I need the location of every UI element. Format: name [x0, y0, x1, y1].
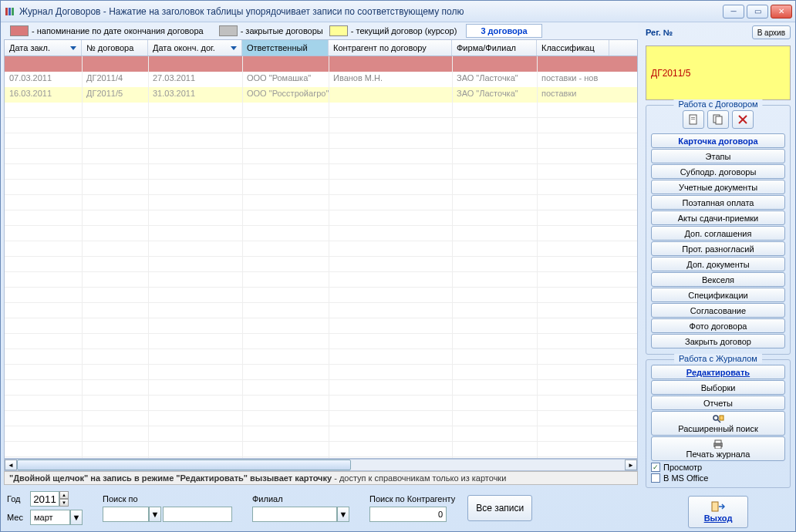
svg-rect-7 [716, 116, 722, 124]
copy-icon [712, 113, 724, 126]
group-title: Работа с Журналом [674, 354, 762, 363]
discrepancy-button[interactable]: Прот. разногласий [651, 241, 785, 256]
horizontal-scrollbar[interactable]: ◄ ► [4, 459, 638, 471]
reports-button[interactable]: Отчеты [651, 396, 785, 410]
month-combo[interactable]: ▼ [30, 510, 83, 525]
stages-button[interactable]: Этапы [651, 149, 785, 163]
photo-button[interactable]: Фото договора [651, 318, 785, 333]
close-button[interactable]: ✕ [771, 5, 792, 19]
exit-icon [711, 501, 725, 512]
copy-document-button[interactable] [707, 110, 729, 129]
contract-actions-group: Работа с Договором Карточка договора Эта… [646, 105, 791, 355]
staged-payment-button[interactable]: Поэтапная оплата [651, 195, 785, 210]
scroll-track[interactable] [17, 460, 625, 470]
table-row[interactable]: 07.03.2011ДГ2011/427.03.2011ООО "Ромашка… [5, 72, 637, 87]
extra-docs-button[interactable]: Доп. документы [651, 257, 785, 271]
search-combo[interactable]: ▼ [103, 507, 232, 522]
table-body[interactable]: 07.03.2011ДГ2011/427.03.2011ООО "Ромашка… [4, 56, 638, 459]
accounting-docs-button[interactable]: Учетные документы [651, 180, 785, 194]
all-records-button[interactable]: Все записи [467, 495, 532, 521]
legend-swatch-closed [219, 25, 238, 36]
search-icon [712, 414, 724, 423]
delete-document-button[interactable] [732, 110, 754, 129]
reg-number-field[interactable] [646, 45, 791, 100]
year-input[interactable] [30, 491, 59, 507]
minimize-button[interactable]: ─ [723, 5, 744, 19]
printer-icon [712, 439, 724, 449]
titlebar: Журнал Договоров - Нажатие на заголовок … [1, 1, 795, 22]
chevron-down-icon[interactable]: ▼ [337, 507, 349, 522]
new-document-button[interactable] [683, 110, 704, 129]
legend-text-current: - текущий договор (курсор) [351, 26, 457, 35]
th-date-concluded[interactable]: Дата закл. [5, 40, 82, 56]
chevron-down-icon [70, 46, 76, 50]
counterparty-input[interactable] [369, 507, 447, 522]
x-icon [737, 114, 748, 125]
hint-bar: "Двойной щелчок" на запись в режиме "Ред… [4, 471, 638, 485]
chevron-down-icon[interactable]: ▼ [149, 507, 161, 522]
legend-text-reminder: - напоминание по дате окончания договора [32, 26, 204, 35]
contract-card-button[interactable]: Карточка договора [651, 133, 785, 148]
svg-rect-16 [712, 502, 718, 511]
branch-combo[interactable]: ▼ [252, 507, 349, 522]
th-contract-no[interactable]: № договора [82, 40, 148, 56]
year-spinner[interactable]: ▲▼ [30, 491, 69, 507]
branch-input[interactable] [252, 507, 337, 522]
th-end-date[interactable]: Дата оконч. дог. [148, 40, 242, 56]
subcontracts-button[interactable]: Субподр. договоры [651, 164, 785, 179]
extended-search-button[interactable]: Расширенный поиск [651, 411, 785, 436]
svg-rect-2 [12, 8, 14, 15]
svg-rect-14 [715, 440, 721, 443]
table-row[interactable] [5, 56, 637, 72]
search-value-input[interactable] [163, 507, 232, 522]
svg-rect-5 [691, 119, 695, 120]
msoffice-checkbox-row[interactable]: В MS Office [651, 473, 785, 483]
print-journal-button[interactable]: Печать журнала [651, 436, 785, 461]
window-title: Журнал Договоров - Нажатие на заголовок … [19, 6, 723, 17]
th-counterparty[interactable]: Контрагент по договору [329, 40, 452, 56]
amendments-button[interactable]: Доп. соглашения [651, 226, 785, 241]
legend-swatch-current [329, 25, 348, 36]
svg-rect-4 [691, 117, 695, 118]
document-icon [687, 113, 700, 126]
th-responsible[interactable]: Ответственный [242, 40, 329, 56]
legend-text-closed: - закрытые договоры [241, 26, 323, 35]
preview-checkbox-row[interactable]: ✓ Просмотр [651, 463, 785, 472]
scroll-left-button[interactable]: ◄ [5, 460, 17, 470]
close-contract-button[interactable]: Закрыть договор [651, 334, 785, 348]
group-title: Работа с Договором [673, 99, 762, 109]
spin-up[interactable]: ▲ [59, 491, 69, 499]
grid-background [5, 103, 637, 458]
year-label: Год [7, 494, 27, 503]
svg-rect-15 [715, 446, 721, 449]
svg-rect-12 [720, 416, 723, 420]
acceptance-acts-button[interactable]: Акты сдачи-приемки [651, 210, 785, 225]
chevron-down-icon[interactable]: ▼ [70, 510, 83, 525]
archive-button[interactable]: В архив [752, 25, 791, 39]
contract-count: 3 договора [466, 24, 541, 38]
search-field-input[interactable] [103, 507, 149, 522]
th-firm[interactable]: Фирма/Филиал [452, 40, 537, 56]
scroll-thumb[interactable] [17, 460, 351, 470]
legend-bar: - напоминание по дате окончания договора… [4, 22, 638, 39]
checkbox-icon[interactable]: ✓ [651, 463, 660, 472]
svg-rect-1 [8, 8, 11, 15]
table-row[interactable]: 16.03.2011ДГ2011/531.03.2011ООО "Росстро… [5, 87, 637, 103]
app-icon [4, 5, 16, 18]
legend-swatch-reminder [10, 25, 29, 36]
checkbox-icon[interactable] [651, 473, 660, 483]
specs-button[interactable]: Спецификации [651, 288, 785, 302]
scroll-right-button[interactable]: ► [625, 460, 637, 470]
bills-button[interactable]: Векселя [651, 272, 785, 287]
approval-button[interactable]: Согласование [651, 303, 785, 318]
spin-down[interactable]: ▼ [59, 499, 69, 507]
journal-actions-group: Работа с Журналом Редактировать Выборки … [646, 359, 791, 488]
edit-button[interactable]: Редактировать [651, 365, 785, 379]
exit-button[interactable]: Выход [688, 496, 749, 528]
maximize-button[interactable]: ▭ [747, 5, 768, 19]
month-input[interactable] [30, 510, 70, 525]
branch-label: Филиал [252, 494, 349, 503]
selections-button[interactable]: Выборки [651, 380, 785, 395]
th-classification[interactable]: Классификац [537, 40, 609, 56]
reg-label: Рег. № [646, 28, 673, 37]
